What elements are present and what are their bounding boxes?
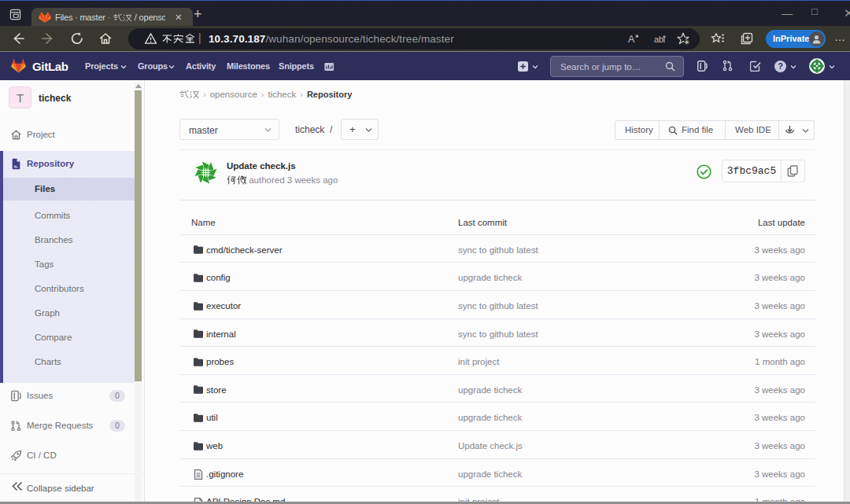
svg-text:A: A [628, 34, 635, 45]
svg-text:ab: ab [654, 35, 663, 44]
